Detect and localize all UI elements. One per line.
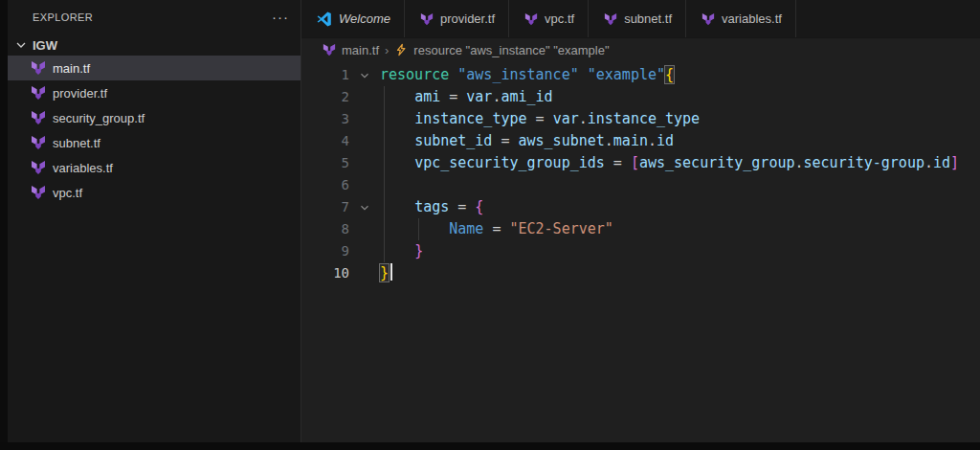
terraform-icon: [702, 12, 715, 26]
code-line-8[interactable]: 8 Name = "EC2-Server": [301, 218, 980, 240]
line-number: 9: [301, 240, 349, 262]
indent-guide: [384, 240, 385, 262]
indent-guide: [384, 152, 385, 174]
tab-provider-tf[interactable]: provider.tf: [405, 0, 509, 37]
tab-vpc-tf[interactable]: vpc.tf: [509, 0, 589, 37]
code-token: [380, 242, 414, 259]
fold-chevron-icon[interactable]: [358, 201, 371, 214]
code-token: .: [795, 154, 804, 171]
code-text: }: [380, 262, 392, 284]
tab-welcome[interactable]: Welcome: [301, 0, 405, 37]
editor-area: Welcome provider.tf vpc.tf subnet.tf var…: [301, 0, 980, 442]
code-line-4[interactable]: 4 subnet_id = aws_subnet.main.id: [301, 130, 980, 152]
line-number: 7: [301, 196, 349, 218]
file-name: security_group.tf: [53, 111, 145, 125]
code-line-2[interactable]: 2 ami = var.ami_id: [301, 86, 980, 108]
code-line-3[interactable]: 3 instance_type = var.instance_type: [301, 108, 980, 130]
code-token: ami_id: [501, 88, 552, 105]
indent-guide: [384, 218, 385, 240]
fold-chevron-icon[interactable]: [358, 69, 371, 82]
tab-label: subnet.tf: [624, 11, 672, 26]
terraform-icon: [420, 12, 434, 26]
terraform-icon: [31, 135, 46, 150]
code-text: subnet_id = aws_subnet.main.id: [380, 130, 674, 152]
code-token: .: [605, 132, 613, 149]
code-token: [: [631, 154, 639, 171]
terraform-icon: [31, 160, 46, 175]
code-line-5[interactable]: 5 vpc_security_group_ids = [aws_security…: [301, 152, 980, 174]
code-token: Name: [449, 220, 483, 237]
sidebar-file-variables.tf[interactable]: variables.tf: [8, 155, 301, 180]
indent-guide: [418, 218, 419, 240]
code-token: =: [449, 198, 475, 215]
code-token: "EC2-Server": [509, 220, 612, 237]
code-token: .: [924, 154, 933, 171]
code-token: aws_subnet: [519, 132, 605, 149]
code-token: [380, 220, 449, 237]
tab-label: provider.tf: [440, 11, 495, 26]
sidebar-file-provider.tf[interactable]: provider.tf: [8, 80, 301, 105]
code-text: ami = var.ami_id: [380, 86, 553, 108]
code-token: aws_security_group: [639, 154, 795, 171]
explorer-sidebar: EXPLORER ··· IGW main.tf provider.tf sec…: [8, 0, 301, 442]
breadcrumb-symbol[interactable]: resource "aws_instance" "example": [394, 43, 609, 57]
code-token: id: [657, 132, 674, 149]
code-token: "aws_instance": [457, 66, 578, 83]
explorer-header: EXPLORER ···: [8, 0, 301, 34]
line-number: 3: [301, 108, 349, 130]
code-token: instance_type: [414, 110, 526, 127]
indent-guide: [384, 174, 385, 196]
breadcrumb-file[interactable]: main.tf: [323, 43, 379, 57]
code-line-1[interactable]: 1 resource "aws_instance" "example"{: [301, 64, 980, 86]
sidebar-file-main.tf[interactable]: main.tf: [8, 56, 301, 80]
file-name: subnet.tf: [53, 136, 100, 150]
code-editor[interactable]: 1 resource "aws_instance" "example"{2 am…: [301, 61, 980, 442]
code-line-7[interactable]: 7 tags = {: [301, 196, 980, 218]
code-token: =: [605, 154, 631, 171]
folder-name: IGW: [33, 38, 57, 53]
more-actions-icon[interactable]: ···: [272, 12, 289, 22]
folder-section-igw[interactable]: IGW: [8, 34, 301, 56]
code-token: [380, 154, 414, 171]
tab-bar: Welcome provider.tf vpc.tf subnet.tf var…: [301, 0, 980, 38]
code-token: id: [933, 154, 950, 171]
code-token: }: [414, 242, 423, 259]
text-cursor: [390, 263, 392, 281]
file-list: main.tf provider.tf security_group.tf su…: [8, 56, 301, 205]
terraform-icon: [323, 43, 336, 56]
code-token: ]: [950, 154, 959, 171]
code-token: [380, 88, 414, 105]
code-text: }: [380, 240, 423, 262]
code-token: {: [665, 66, 674, 83]
code-line-9[interactable]: 9 }: [301, 240, 980, 262]
gutter-fold: [349, 86, 380, 108]
breadcrumb-symbol-label: resource "aws_instance" "example": [413, 43, 609, 57]
terraform-icon: [31, 60, 46, 76]
file-name: variables.tf: [53, 161, 113, 175]
code-text: resource "aws_instance" "example"{: [380, 64, 674, 86]
code-token: var: [466, 88, 492, 105]
code-token: vpc_security_group_ids: [414, 154, 605, 171]
sidebar-file-security_group.tf[interactable]: security_group.tf: [8, 105, 301, 130]
gutter-fold: [349, 130, 380, 152]
code-line-6[interactable]: 6: [301, 174, 980, 196]
tab-variables-tf[interactable]: variables.tf: [686, 0, 796, 37]
line-number: 5: [301, 152, 349, 174]
breadcrumb-file-label: main.tf: [342, 43, 379, 57]
gutter-fold: [349, 152, 380, 174]
gutter-fold: [349, 196, 380, 218]
window-bottom-edge: [0, 442, 980, 450]
code-token: [449, 66, 457, 83]
sidebar-file-vpc.tf[interactable]: vpc.tf: [8, 180, 301, 205]
tab-label: variables.tf: [722, 11, 782, 26]
chevron-down-icon: [13, 37, 29, 53]
code-line-10[interactable]: 10}: [301, 262, 980, 284]
terraform-icon: [604, 12, 617, 26]
code-token: security-group: [804, 154, 924, 171]
tab-subnet-tf[interactable]: subnet.tf: [589, 0, 686, 37]
window-left-edge: [0, 0, 8, 450]
code-text: tags = {: [380, 196, 483, 218]
indent-guide: [384, 130, 385, 152]
sidebar-file-subnet.tf[interactable]: subnet.tf: [8, 130, 301, 155]
indent-guide: [384, 108, 385, 130]
